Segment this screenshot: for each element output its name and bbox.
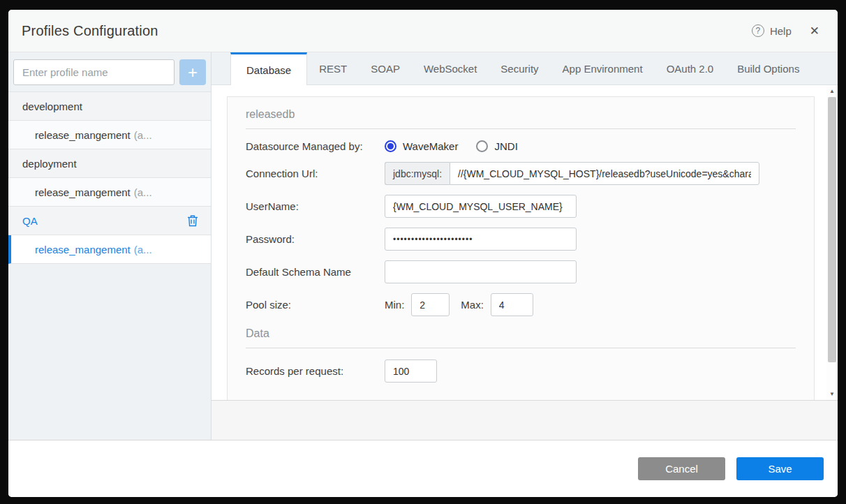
datasource-row: Datasource Managed by: WaveMaker JNDI: [246, 140, 796, 152]
schema-row: Default Schema Name: [246, 260, 796, 283]
tab-build-options[interactable]: Build Options: [725, 52, 811, 84]
tab-content-viewport: releasedb Datasource Managed by: WaveMak…: [212, 85, 838, 400]
sidebar-item-release-mangement-dev[interactable]: release_mangement (a...: [8, 121, 211, 149]
tab-websocket[interactable]: WebSocket: [412, 52, 489, 84]
delete-profile-trash-icon[interactable]: [187, 214, 198, 227]
datasource-label: Datasource Managed by:: [246, 140, 385, 152]
jdbc-prefix-addon: jdbc:mysql:: [385, 162, 450, 185]
item-suffix: (a...: [134, 129, 152, 141]
dialog-footer: Cancel Save: [8, 440, 838, 497]
sidebar-group-development[interactable]: development: [8, 92, 211, 121]
schema-input[interactable]: [385, 260, 577, 283]
sidebar-group-qa[interactable]: QA: [8, 207, 211, 235]
password-row: Password:: [246, 228, 796, 251]
sidebar-item-release-mangement-deploy[interactable]: release_mangement (a...: [8, 178, 211, 207]
connection-url-row: Connection Url: jdbc:mysql:: [246, 162, 796, 185]
tab-soap[interactable]: SOAP: [359, 52, 412, 84]
content-bottom-strip: [212, 400, 838, 440]
main-panel: Database REST SOAP WebSocket Security Ap…: [212, 52, 838, 440]
tab-app-environment[interactable]: App Environment: [551, 52, 655, 84]
help-button[interactable]: ? Help: [752, 24, 792, 37]
datasource-radio-group: WaveMaker JNDI: [385, 140, 518, 152]
radio-unselected-icon: [476, 140, 488, 152]
item-suffix: (a...: [134, 244, 152, 255]
pool-min-label: Min:: [385, 299, 404, 311]
item-label: release_mangement: [35, 129, 131, 141]
vertical-scrollbar[interactable]: ▲ ▼: [826, 85, 838, 400]
tab-oauth[interactable]: OAuth 2.0: [655, 52, 726, 84]
help-icon: ?: [752, 24, 764, 37]
add-profile-button[interactable]: +: [179, 59, 206, 85]
profiles-list: development release_mangement (a... depl…: [8, 91, 211, 264]
records-input[interactable]: [385, 360, 437, 383]
username-row: UserName:: [246, 195, 796, 218]
radio-selected-icon: [385, 140, 396, 152]
scroll-down-icon[interactable]: ▼: [826, 389, 838, 399]
username-input[interactable]: [385, 195, 577, 218]
connection-url-label: Connection Url:: [246, 168, 385, 179]
cancel-button[interactable]: Cancel: [638, 457, 725, 480]
item-suffix: (a...: [134, 186, 152, 198]
connection-url-input[interactable]: [450, 162, 759, 185]
radio-wavemaker[interactable]: WaveMaker: [385, 140, 458, 152]
pool-max-input[interactable]: [491, 293, 533, 316]
records-per-request-row: Records per request:: [246, 360, 796, 383]
group-label: deployment: [22, 158, 77, 170]
database-form-panel: releasedb Datasource Managed by: WaveMak…: [227, 96, 815, 400]
dialog-title: Profiles Configuration: [22, 23, 158, 39]
scroll-up-icon[interactable]: ▲: [826, 86, 838, 96]
group-label: QA: [22, 215, 38, 227]
profiles-sidebar: + development release_mangement (a... de…: [8, 52, 212, 440]
data-section-title: Data: [246, 326, 796, 340]
group-label: development: [22, 101, 82, 112]
pool-max-label: Max:: [461, 299, 484, 311]
radio-label: JNDI: [494, 140, 517, 152]
username-label: UserName:: [246, 200, 385, 212]
config-tabs: Database REST SOAP WebSocket Security Ap…: [212, 52, 838, 85]
pool-min-input[interactable]: [411, 293, 450, 316]
profiles-configuration-dialog: Profiles Configuration ? Help ✕ + develo…: [8, 10, 838, 497]
records-label: Records per request:: [246, 365, 385, 377]
profile-name-row: +: [8, 52, 211, 91]
help-label: Help: [770, 25, 792, 37]
tab-rest[interactable]: REST: [307, 52, 359, 84]
db-section-title: releasedb: [246, 97, 796, 121]
sidebar-item-release-mangement-qa[interactable]: release_mangement (a...: [8, 235, 211, 264]
radio-jndi[interactable]: JNDI: [476, 140, 517, 152]
profile-name-input[interactable]: [13, 59, 175, 85]
pool-size-label: Pool size:: [246, 299, 385, 311]
password-label: Password:: [246, 233, 385, 245]
connection-url-group: jdbc:mysql:: [385, 162, 759, 185]
schema-label: Default Schema Name: [246, 266, 385, 278]
radio-label: WaveMaker: [403, 140, 458, 152]
password-input[interactable]: [385, 228, 577, 251]
save-button[interactable]: Save: [736, 457, 824, 480]
pool-size-row: Pool size: Min: Max:: [246, 293, 796, 316]
tab-database[interactable]: Database: [230, 52, 307, 85]
sidebar-group-deployment[interactable]: deployment: [8, 149, 211, 178]
section-divider: [246, 348, 796, 348]
scrollbar-thumb[interactable]: [828, 97, 836, 362]
close-icon[interactable]: ✕: [810, 25, 819, 37]
section-divider: [246, 128, 796, 129]
dialog-body: + development release_mangement (a... de…: [8, 52, 838, 440]
item-label: release_mangement: [35, 186, 131, 198]
tab-security[interactable]: Security: [489, 52, 550, 84]
item-label: release_mangement: [35, 244, 131, 255]
dialog-titlebar: Profiles Configuration ? Help ✕: [8, 10, 838, 52]
